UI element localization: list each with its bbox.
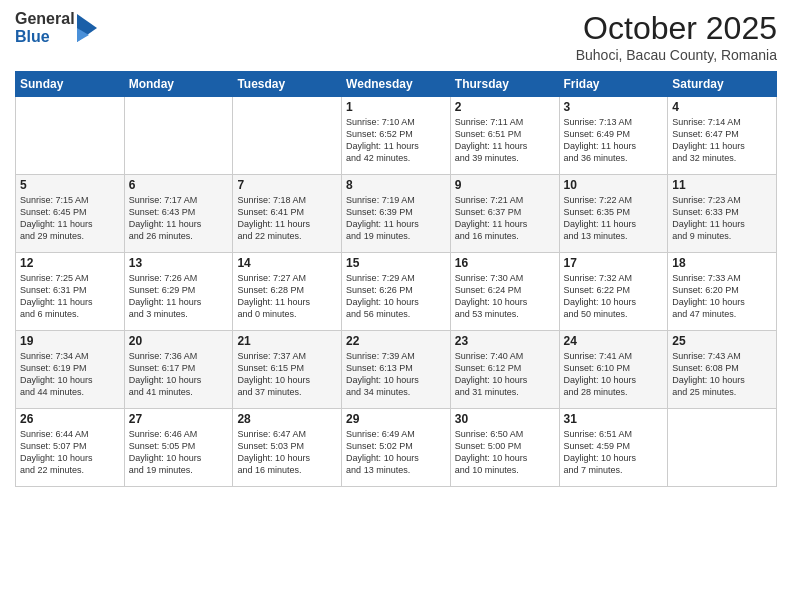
calendar-day-header: Sunday xyxy=(16,72,125,97)
calendar-table: SundayMondayTuesdayWednesdayThursdayFrid… xyxy=(15,71,777,487)
calendar-cell: 14Sunrise: 7:27 AM Sunset: 6:28 PM Dayli… xyxy=(233,253,342,331)
calendar-cell: 13Sunrise: 7:26 AM Sunset: 6:29 PM Dayli… xyxy=(124,253,233,331)
day-number: 22 xyxy=(346,334,446,348)
day-number: 15 xyxy=(346,256,446,270)
day-info: Sunrise: 7:33 AM Sunset: 6:20 PM Dayligh… xyxy=(672,272,772,321)
day-info: Sunrise: 6:51 AM Sunset: 4:59 PM Dayligh… xyxy=(564,428,664,477)
day-number: 17 xyxy=(564,256,664,270)
day-info: Sunrise: 7:37 AM Sunset: 6:15 PM Dayligh… xyxy=(237,350,337,399)
day-number: 4 xyxy=(672,100,772,114)
calendar-cell: 3Sunrise: 7:13 AM Sunset: 6:49 PM Daylig… xyxy=(559,97,668,175)
day-number: 20 xyxy=(129,334,229,348)
day-info: Sunrise: 7:18 AM Sunset: 6:41 PM Dayligh… xyxy=(237,194,337,243)
day-number: 14 xyxy=(237,256,337,270)
day-number: 7 xyxy=(237,178,337,192)
day-info: Sunrise: 7:34 AM Sunset: 6:19 PM Dayligh… xyxy=(20,350,120,399)
day-number: 25 xyxy=(672,334,772,348)
day-info: Sunrise: 7:14 AM Sunset: 6:47 PM Dayligh… xyxy=(672,116,772,165)
day-number: 11 xyxy=(672,178,772,192)
calendar-cell xyxy=(124,97,233,175)
day-info: Sunrise: 7:29 AM Sunset: 6:26 PM Dayligh… xyxy=(346,272,446,321)
day-number: 23 xyxy=(455,334,555,348)
day-info: Sunrise: 7:10 AM Sunset: 6:52 PM Dayligh… xyxy=(346,116,446,165)
calendar-cell: 6Sunrise: 7:17 AM Sunset: 6:43 PM Daylig… xyxy=(124,175,233,253)
day-info: Sunrise: 6:46 AM Sunset: 5:05 PM Dayligh… xyxy=(129,428,229,477)
calendar-cell: 21Sunrise: 7:37 AM Sunset: 6:15 PM Dayli… xyxy=(233,331,342,409)
day-info: Sunrise: 7:23 AM Sunset: 6:33 PM Dayligh… xyxy=(672,194,772,243)
day-number: 27 xyxy=(129,412,229,426)
day-number: 18 xyxy=(672,256,772,270)
calendar-cell: 17Sunrise: 7:32 AM Sunset: 6:22 PM Dayli… xyxy=(559,253,668,331)
day-number: 13 xyxy=(129,256,229,270)
day-number: 12 xyxy=(20,256,120,270)
calendar-week-row: 5Sunrise: 7:15 AM Sunset: 6:45 PM Daylig… xyxy=(16,175,777,253)
calendar-cell: 31Sunrise: 6:51 AM Sunset: 4:59 PM Dayli… xyxy=(559,409,668,487)
calendar-cell: 15Sunrise: 7:29 AM Sunset: 6:26 PM Dayli… xyxy=(342,253,451,331)
day-number: 24 xyxy=(564,334,664,348)
day-info: Sunrise: 6:49 AM Sunset: 5:02 PM Dayligh… xyxy=(346,428,446,477)
calendar-cell: 23Sunrise: 7:40 AM Sunset: 6:12 PM Dayli… xyxy=(450,331,559,409)
day-info: Sunrise: 7:25 AM Sunset: 6:31 PM Dayligh… xyxy=(20,272,120,321)
month-title: October 2025 xyxy=(576,10,777,47)
logo-icon xyxy=(77,14,97,42)
calendar-cell: 2Sunrise: 7:11 AM Sunset: 6:51 PM Daylig… xyxy=(450,97,559,175)
day-number: 21 xyxy=(237,334,337,348)
calendar-cell: 8Sunrise: 7:19 AM Sunset: 6:39 PM Daylig… xyxy=(342,175,451,253)
day-info: Sunrise: 7:30 AM Sunset: 6:24 PM Dayligh… xyxy=(455,272,555,321)
calendar-cell: 5Sunrise: 7:15 AM Sunset: 6:45 PM Daylig… xyxy=(16,175,125,253)
calendar-cell xyxy=(233,97,342,175)
day-info: Sunrise: 7:39 AM Sunset: 6:13 PM Dayligh… xyxy=(346,350,446,399)
day-info: Sunrise: 7:15 AM Sunset: 6:45 PM Dayligh… xyxy=(20,194,120,243)
header: General Blue October 2025 Buhoci, Bacau … xyxy=(15,10,777,63)
calendar-day-header: Wednesday xyxy=(342,72,451,97)
day-info: Sunrise: 7:43 AM Sunset: 6:08 PM Dayligh… xyxy=(672,350,772,399)
calendar-day-header: Tuesday xyxy=(233,72,342,97)
calendar-day-header: Saturday xyxy=(668,72,777,97)
calendar-cell: 27Sunrise: 6:46 AM Sunset: 5:05 PM Dayli… xyxy=(124,409,233,487)
day-number: 6 xyxy=(129,178,229,192)
subtitle: Buhoci, Bacau County, Romania xyxy=(576,47,777,63)
day-info: Sunrise: 7:21 AM Sunset: 6:37 PM Dayligh… xyxy=(455,194,555,243)
day-info: Sunrise: 7:36 AM Sunset: 6:17 PM Dayligh… xyxy=(129,350,229,399)
calendar-week-row: 26Sunrise: 6:44 AM Sunset: 5:07 PM Dayli… xyxy=(16,409,777,487)
title-section: October 2025 Buhoci, Bacau County, Roman… xyxy=(576,10,777,63)
calendar-cell: 25Sunrise: 7:43 AM Sunset: 6:08 PM Dayli… xyxy=(668,331,777,409)
calendar-cell: 12Sunrise: 7:25 AM Sunset: 6:31 PM Dayli… xyxy=(16,253,125,331)
day-number: 3 xyxy=(564,100,664,114)
day-info: Sunrise: 6:47 AM Sunset: 5:03 PM Dayligh… xyxy=(237,428,337,477)
calendar-cell: 4Sunrise: 7:14 AM Sunset: 6:47 PM Daylig… xyxy=(668,97,777,175)
day-number: 16 xyxy=(455,256,555,270)
calendar-cell: 24Sunrise: 7:41 AM Sunset: 6:10 PM Dayli… xyxy=(559,331,668,409)
calendar-week-row: 1Sunrise: 7:10 AM Sunset: 6:52 PM Daylig… xyxy=(16,97,777,175)
logo-general: General xyxy=(15,10,75,28)
day-info: Sunrise: 6:44 AM Sunset: 5:07 PM Dayligh… xyxy=(20,428,120,477)
calendar-cell: 29Sunrise: 6:49 AM Sunset: 5:02 PM Dayli… xyxy=(342,409,451,487)
day-info: Sunrise: 7:27 AM Sunset: 6:28 PM Dayligh… xyxy=(237,272,337,321)
day-number: 10 xyxy=(564,178,664,192)
calendar-cell: 26Sunrise: 6:44 AM Sunset: 5:07 PM Dayli… xyxy=(16,409,125,487)
day-info: Sunrise: 6:50 AM Sunset: 5:00 PM Dayligh… xyxy=(455,428,555,477)
calendar-day-header: Monday xyxy=(124,72,233,97)
day-number: 29 xyxy=(346,412,446,426)
calendar-cell: 7Sunrise: 7:18 AM Sunset: 6:41 PM Daylig… xyxy=(233,175,342,253)
calendar-cell: 19Sunrise: 7:34 AM Sunset: 6:19 PM Dayli… xyxy=(16,331,125,409)
logo-text: General Blue xyxy=(15,10,75,45)
day-info: Sunrise: 7:13 AM Sunset: 6:49 PM Dayligh… xyxy=(564,116,664,165)
calendar-cell: 20Sunrise: 7:36 AM Sunset: 6:17 PM Dayli… xyxy=(124,331,233,409)
calendar-week-row: 19Sunrise: 7:34 AM Sunset: 6:19 PM Dayli… xyxy=(16,331,777,409)
calendar-cell: 22Sunrise: 7:39 AM Sunset: 6:13 PM Dayli… xyxy=(342,331,451,409)
calendar-cell xyxy=(16,97,125,175)
day-info: Sunrise: 7:41 AM Sunset: 6:10 PM Dayligh… xyxy=(564,350,664,399)
calendar-day-header: Thursday xyxy=(450,72,559,97)
calendar-header-row: SundayMondayTuesdayWednesdayThursdayFrid… xyxy=(16,72,777,97)
day-number: 26 xyxy=(20,412,120,426)
logo-blue: Blue xyxy=(15,28,75,46)
day-number: 9 xyxy=(455,178,555,192)
calendar-cell: 10Sunrise: 7:22 AM Sunset: 6:35 PM Dayli… xyxy=(559,175,668,253)
day-info: Sunrise: 7:22 AM Sunset: 6:35 PM Dayligh… xyxy=(564,194,664,243)
day-number: 28 xyxy=(237,412,337,426)
calendar-cell: 30Sunrise: 6:50 AM Sunset: 5:00 PM Dayli… xyxy=(450,409,559,487)
calendar-week-row: 12Sunrise: 7:25 AM Sunset: 6:31 PM Dayli… xyxy=(16,253,777,331)
calendar-cell: 18Sunrise: 7:33 AM Sunset: 6:20 PM Dayli… xyxy=(668,253,777,331)
day-number: 5 xyxy=(20,178,120,192)
